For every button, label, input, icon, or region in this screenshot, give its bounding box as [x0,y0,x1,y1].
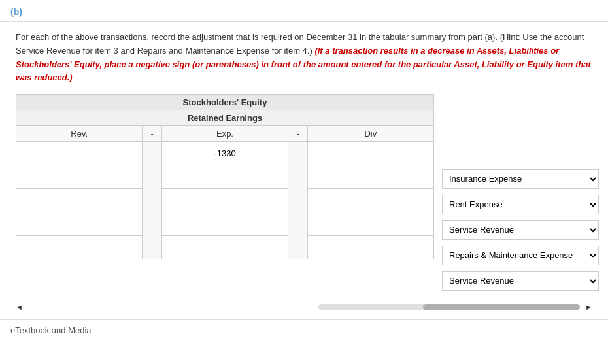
row-1-sep-1 [143,165,161,189]
column-headers-row: Rev. - Exp. - Div [16,126,434,142]
etextbook-label: eTextbook and Media [10,325,92,335]
row-3-sep-1 [143,212,161,236]
table-row [16,236,434,259]
dropdown-0[interactable]: Insurance ExpenseRent ExpenseService Rev… [442,169,599,189]
instructions: For each of the above transactions, reco… [0,22,608,94]
row-4-rev-input[interactable] [22,242,137,252]
table-row [16,189,434,212]
row-1-sep-2 [288,165,307,189]
dropdown-2[interactable]: Insurance ExpenseRent ExpenseService Rev… [442,220,599,240]
main-content: Stockholders' Equity Retained Earnings R… [0,94,608,301]
table-row [16,212,434,236]
row-2-div-input[interactable] [313,195,428,205]
row-3-rev-input[interactable] [22,219,137,229]
dropdown-row-4: Insurance ExpenseRent ExpenseService Rev… [442,269,599,293]
scroll-left-arrow[interactable]: ◄ [16,303,23,311]
dropdown-1[interactable]: Insurance ExpenseRent ExpenseService Rev… [442,195,599,214]
row-4-sep-2 [288,236,307,259]
retained-earnings-header: Retained Earnings [16,110,434,126]
section-label: (b) [0,0,608,22]
table-body [16,142,434,259]
header-sub-row: Retained Earnings [16,110,434,126]
dropdowns-panel: Insurance ExpenseRent ExpenseService Rev… [442,94,599,294]
scroll-right-arrow[interactable]: ► [585,303,592,311]
dropdown-3[interactable]: Insurance ExpenseRent ExpenseService Rev… [442,246,599,265]
row-3-sep-2 [288,212,307,236]
equity-table: Stockholders' Equity Retained Earnings R… [16,94,434,259]
row-4-div-input[interactable] [313,242,428,252]
col-header-exp: Exp. [161,126,288,142]
row-2-rev-input[interactable] [22,195,137,205]
equity-table-wrapper: Stockholders' Equity Retained Earnings R… [16,94,434,259]
header-group-row: Stockholders' Equity [16,95,434,110]
table-row [16,142,434,165]
col-header-div: Div [307,126,433,142]
dropdown-row-1: Insurance ExpenseRent ExpenseService Rev… [442,192,599,216]
stockholders-equity-header: Stockholders' Equity [16,95,434,110]
row-2-sep-2 [288,189,307,212]
row-1-exp-input[interactable] [167,172,282,182]
col-header-rev: Rev. [16,126,143,142]
row-0-sep-1 [143,142,161,165]
dropdown-row-0: Insurance ExpenseRent ExpenseService Rev… [442,167,599,191]
dropdown-spacer [442,94,599,167]
dropdown-row-3: Insurance ExpenseRent ExpenseService Rev… [442,243,599,267]
dropdown-4[interactable]: Insurance ExpenseRent ExpenseService Rev… [442,271,599,291]
footer-bar: eTextbook and Media [0,319,608,340]
row-0-exp-input[interactable] [167,148,282,158]
dropdown-row-2: Insurance ExpenseRent ExpenseService Rev… [442,218,599,242]
row-1-rev-input[interactable] [22,172,137,182]
row-1-div-input[interactable] [313,172,428,182]
row-0-rev-input[interactable] [22,148,137,158]
col-sep-1: - [143,126,161,142]
row-0-sep-2 [288,142,307,165]
row-0-div-input[interactable] [313,148,428,158]
row-3-exp-input[interactable] [167,219,282,229]
row-4-exp-input[interactable] [167,242,282,252]
col-sep-2: - [288,126,307,142]
row-2-exp-input[interactable] [167,195,282,205]
row-4-sep-1 [143,236,161,259]
row-2-sep-1 [143,189,161,212]
row-3-div-input[interactable] [313,219,428,229]
scrollbar-area: ◄ ► [0,301,608,314]
scroll-track[interactable] [318,304,580,310]
table-row [16,165,434,189]
